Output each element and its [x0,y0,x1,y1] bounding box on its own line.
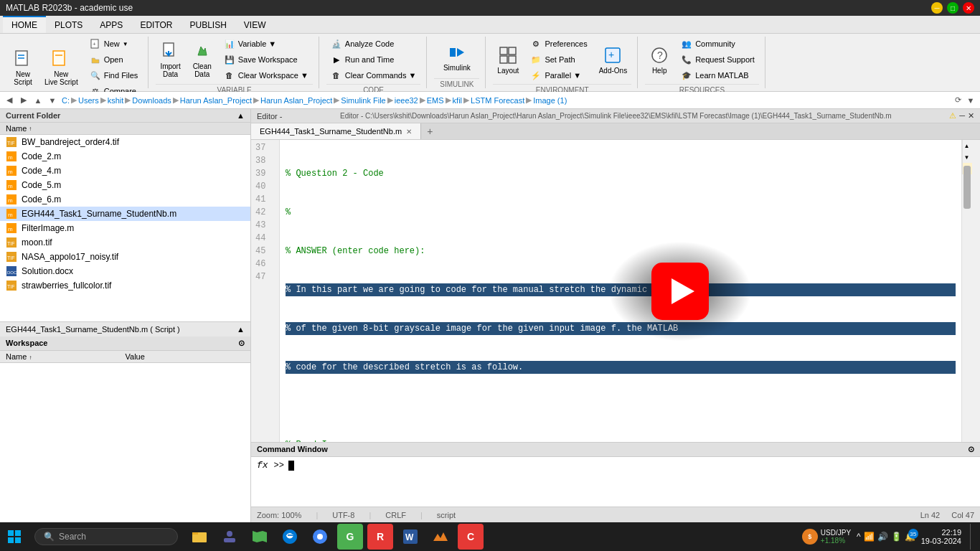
preferences-button[interactable]: ⚙ Preferences [526,37,591,51]
layout-button[interactable]: Layout [493,42,523,77]
taskbar-icon-edge[interactable] [277,524,303,550]
nav-forward-button[interactable]: ▶ [17,94,30,107]
file-item-filter[interactable]: m FilterImage.m [0,221,250,235]
tab-home[interactable]: HOME [3,16,46,33]
close-button[interactable]: ✕ [963,2,974,14]
file-item-code6[interactable]: m Code_6.m [0,192,250,207]
start-button[interactable] [0,522,29,551]
path-item-users[interactable]: Users [78,96,99,105]
youtube-play-button[interactable] [651,263,709,320]
taskbar-search[interactable]: 🔍 Search [34,528,178,545]
scrollbar-down-button[interactable]: ▼ [963,151,971,163]
tif-icon-4: TIF [6,280,17,291]
scrollbar-up-button[interactable]: ▲ [963,140,971,151]
path-item-image[interactable]: Image (1) [533,96,567,105]
tab-plots[interactable]: PLOTS [46,16,91,33]
taskbar-datetime[interactable]: 22:19 19-03-2024 [921,528,961,545]
analyze-code-button[interactable]: 🔬 Analyze Code [326,37,421,51]
volume-icon[interactable]: 🔊 [877,532,888,542]
taskbar-icon-extra1[interactable]: C [458,524,484,550]
path-item-ems[interactable]: EMS [427,96,444,105]
new-script-button[interactable]: NewScript [9,46,37,89]
run-and-time-button[interactable]: ▶ Run and Time [326,52,421,67]
path-item-lstm[interactable]: LSTM Forecast [471,96,524,105]
tab-publish[interactable]: PUBLISH [182,16,235,33]
path-item-harun1[interactable]: Harun Aslan_Project [180,96,252,105]
taskbar-icon-word[interactable]: W [397,524,423,550]
help-button[interactable]: ? Help [645,42,674,77]
path-item-kshit[interactable]: kshit [108,96,124,105]
notification-area[interactable]: 🔔 35 [905,532,915,542]
file-item-egh444[interactable]: m EGH444_Task1_Surname_StudentNb.m [0,207,250,221]
show-desktop-button[interactable] [970,524,974,550]
tab-apps[interactable]: APPS [91,16,131,33]
svg-text:m: m [8,183,13,189]
community-button[interactable]: 👥 Community [677,37,759,51]
chevron-up-icon[interactable]: ^ [857,532,861,542]
file-item-bw[interactable]: TIF BW_bandreject_order4.tif [0,135,250,149]
taskbar-icon-map[interactable] [247,524,273,550]
taskbar-icon-red[interactable]: R [367,524,393,550]
path-item-harun2[interactable]: Harun Aslan_Project [260,96,332,105]
nav-browse-button[interactable]: ▼ [46,94,59,107]
variable-button[interactable]: 📊 Variable ▼ [220,37,313,51]
add-ons-button[interactable]: + Add-Ons [595,42,631,77]
nav-back-button[interactable]: ◀ [3,94,16,107]
name-column-header[interactable]: Name ↑ [6,124,245,133]
taskbar-icon-chrome[interactable] [307,524,333,550]
editor-tab-close[interactable]: ✕ [406,128,412,136]
simulink-button[interactable]: Simulink [439,39,475,75]
address-dropdown-button[interactable]: ▼ [964,94,977,107]
file-item-code2[interactable]: m Code_2.m [0,149,250,164]
file-item-code4[interactable]: m Code_4.m [0,164,250,178]
command-prompt-line: fx >> [257,460,974,471]
file-item-solution[interactable]: DOC Solution.docx [0,264,250,278]
editor-scrollbar[interactable]: ▲ ▼ [962,140,971,163]
open-button[interactable]: Open [85,52,143,67]
command-window-options[interactable]: ⊙ [968,445,974,454]
import-data-button[interactable]: ImportData [156,38,184,81]
file-item-moon[interactable]: TIF moon.tif [0,235,250,250]
taskbar-icon-explorer[interactable] [187,524,212,550]
taskbar-icon-teams[interactable] [217,524,242,550]
path-item-kfil[interactable]: kfil [453,96,462,105]
path-item-simulink[interactable]: Simulink File [341,96,385,105]
file-item-nasa[interactable]: TIF NASA_appolo17_noisy.tif [0,250,250,264]
parallel-button[interactable]: ⚡ Parallel ▼ [526,68,591,83]
nav-up-button[interactable]: ▲ [32,94,44,107]
find-files-button[interactable]: 🔍 Find Files [85,68,143,83]
learn-matlab-button[interactable]: 🎓 Learn MATLAB [677,68,759,83]
youtube-play-area [608,241,752,342]
path-item-c[interactable]: C: [62,96,70,105]
script-info-arrow[interactable]: ▲ [237,325,245,334]
address-refresh-button[interactable]: ⟳ [951,94,964,107]
taskbar-icon-green[interactable]: G [337,524,363,550]
current-folder-collapse[interactable]: ▲ [237,111,245,120]
editor-tab-add-button[interactable]: + [421,123,438,139]
request-support-button[interactable]: 📞 Request Support [677,52,759,67]
clear-workspace-button[interactable]: 🗑 Clear Workspace ▼ [220,68,313,83]
wifi-icon[interactable]: 📶 [864,532,875,542]
new-live-script-button[interactable]: NewLive Script [40,46,83,89]
editor-tab-main[interactable]: EGH444_Task1_Surname_StudentNb.m ✕ [251,123,421,139]
editor-close[interactable]: ✕ [968,111,974,121]
workspace-options[interactable]: ⊙ [238,339,245,348]
path-item-ieee32[interactable]: ieee32 [395,96,418,105]
battery-icon[interactable]: 🔋 [891,532,902,542]
save-workspace-button[interactable]: 💾 Save Workspace [220,52,313,67]
clear-commands-button[interactable]: 🗑 Clear Commands ▼ [326,68,421,83]
clean-data-button[interactable]: CleanData [188,38,217,81]
set-path-button[interactable]: 📁 Set Path [526,52,591,67]
file-item-strawberries[interactable]: TIF strawberries_fullcolor.tif [0,278,250,293]
path-item-downloads[interactable]: Downloads [132,96,171,105]
maximize-button[interactable]: □ [947,2,958,14]
tab-editor[interactable]: EDITOR [131,16,181,33]
currency-widget[interactable]: $ USD/JPY +1.18% [802,529,851,545]
file-item-code5[interactable]: m Code_5.m [0,178,250,192]
tab-view[interactable]: VIEW [235,16,275,33]
new-button[interactable]: + New ▼ [85,37,143,51]
scrollbar-thumb[interactable] [963,166,971,209]
taskbar-icon-matlab[interactable] [428,524,453,550]
minimize-button[interactable]: ─ [931,2,943,14]
editor-minimize[interactable]: ─ [959,111,965,121]
